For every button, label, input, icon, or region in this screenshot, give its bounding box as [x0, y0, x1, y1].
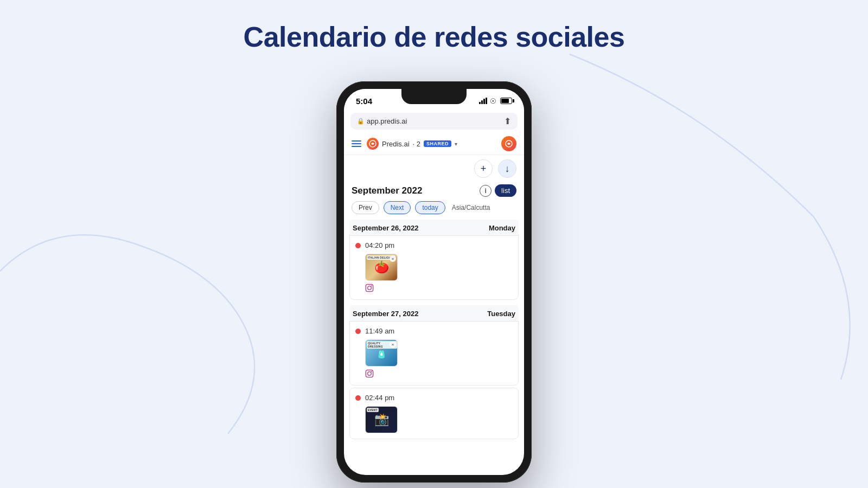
event-card-sept26-0[interactable]: 04:20 pm ITALIAN DELIGHTS 🍅 ×	[349, 235, 519, 300]
timezone-text: Asia/Calcutta	[452, 204, 490, 211]
day-date-sept26: September 26, 2022	[353, 224, 418, 232]
day-section-sept26: September 26, 2022 Monday 04:20 pm ITALI…	[349, 220, 519, 300]
event-time-sept27-0: 11:49 am	[365, 327, 394, 335]
list-button[interactable]: list	[495, 184, 516, 197]
event-time-row-2: 11:49 am	[355, 327, 513, 335]
url-text: 🔒 app.predis.ai	[357, 117, 407, 125]
share-icon[interactable]: ⬆	[504, 116, 511, 126]
prev-button[interactable]: Prev	[352, 201, 379, 214]
hamburger-icon[interactable]	[352, 140, 361, 147]
info-icon[interactable]: i	[480, 185, 492, 197]
phone-shell: 5:04 ☉ 🔒	[336, 81, 532, 483]
event-dot-3	[355, 395, 361, 401]
signal-icon	[479, 98, 487, 104]
brand-logo	[367, 138, 379, 150]
download-button[interactable]: ↓	[498, 159, 516, 178]
toolbar-avatar[interactable]	[501, 136, 516, 151]
add-button[interactable]: +	[474, 159, 493, 178]
event-time-sept27-1: 02:44 pm	[365, 394, 394, 402]
today-button[interactable]: today	[415, 201, 445, 214]
event-thumbnail-sept27-0[interactable]: QUALITY DRESSING 🧴 ×	[365, 339, 398, 367]
svg-rect-3	[366, 284, 373, 291]
day-name-sept27: Tuesday	[487, 310, 515, 318]
svg-point-7	[368, 372, 372, 376]
day-header-sept27: September 27, 2022 Tuesday	[349, 305, 519, 321]
calendar-controls: i list	[480, 184, 516, 197]
svg-point-5	[371, 285, 372, 286]
day-header-sept26: September 26, 2022 Monday	[349, 220, 519, 235]
app-toolbar: Predis.ai · 2 SHARED ▾	[344, 133, 524, 155]
calendar-month: September 2022	[352, 185, 422, 196]
event-image-area-3: EVENT 📸	[365, 406, 513, 433]
wifi-icon: ☉	[490, 97, 496, 105]
brand-number: · 2	[413, 140, 420, 148]
event-thumbnail-sept27-1[interactable]: EVENT 📸	[365, 406, 398, 433]
instagram-icon-sept27-0	[365, 369, 513, 380]
toolbar-right	[501, 136, 516, 151]
dropdown-icon[interactable]: ▾	[455, 141, 457, 147]
phone-screen: 5:04 ☉ 🔒	[344, 89, 524, 475]
status-icons: ☉	[479, 97, 512, 105]
action-row: + ↓	[344, 155, 524, 182]
event-image-area-2: QUALITY DRESSING 🧴 ×	[365, 339, 513, 380]
event-time-sept26-0: 04:20 pm	[365, 241, 394, 249]
phone-mockup: 5:04 ☉ 🔒	[336, 81, 532, 483]
lock-icon: 🔒	[357, 118, 365, 125]
next-button[interactable]: Next	[384, 201, 411, 214]
url-bar-container: 🔒 app.predis.ai ⬆	[344, 110, 524, 133]
event-dot-2	[355, 329, 361, 334]
event-image-area: ITALIAN DELIGHTS 🍅 ×	[365, 254, 513, 294]
day-section-sept27: September 27, 2022 Tuesday 11:49 am QUAL…	[349, 305, 519, 439]
day-name-sept26: Monday	[489, 224, 515, 232]
url-bar[interactable]: 🔒 app.predis.ai ⬆	[350, 113, 518, 130]
page-title: Calendario de redes sociales	[0, 21, 868, 53]
calendar-content[interactable]: September 26, 2022 Monday 04:20 pm ITALI…	[344, 220, 524, 475]
event-thumbnail-sept26-0[interactable]: ITALIAN DELIGHTS 🍅 ×	[365, 254, 398, 281]
event-card-sept27-0[interactable]: 11:49 am QUALITY DRESSING 🧴 ×	[349, 321, 519, 386]
thumbnail-label-3: EVENT	[367, 408, 379, 412]
svg-rect-6	[366, 370, 373, 377]
brand-name: Predis.ai	[382, 140, 410, 148]
svg-point-8	[371, 371, 372, 372]
nav-row: Prev Next today Asia/Calcutta	[344, 201, 524, 220]
event-time-row-3: 02:44 pm	[355, 394, 513, 402]
battery-icon	[500, 98, 512, 104]
toolbar-left: Predis.ai · 2 SHARED ▾	[352, 138, 457, 150]
shared-badge: SHARED	[424, 140, 451, 147]
svg-point-4	[368, 286, 372, 290]
day-date-sept27: September 27, 2022	[353, 310, 418, 318]
event-dot	[355, 243, 361, 248]
event-time-row: 04:20 pm	[355, 241, 513, 249]
thumbnail-close-2[interactable]: ×	[390, 341, 396, 348]
event-card-sept27-1[interactable]: 02:44 pm EVENT 📸	[349, 388, 519, 439]
calendar-header: September 2022 i list	[344, 182, 524, 201]
brand-area[interactable]: Predis.ai · 2 SHARED ▾	[367, 138, 457, 150]
url-value: app.predis.ai	[367, 117, 407, 125]
instagram-icon-sept26-0	[365, 284, 513, 294]
status-time: 5:04	[356, 97, 372, 106]
phone-notch	[401, 89, 467, 104]
thumbnail-close[interactable]: ×	[390, 255, 396, 262]
